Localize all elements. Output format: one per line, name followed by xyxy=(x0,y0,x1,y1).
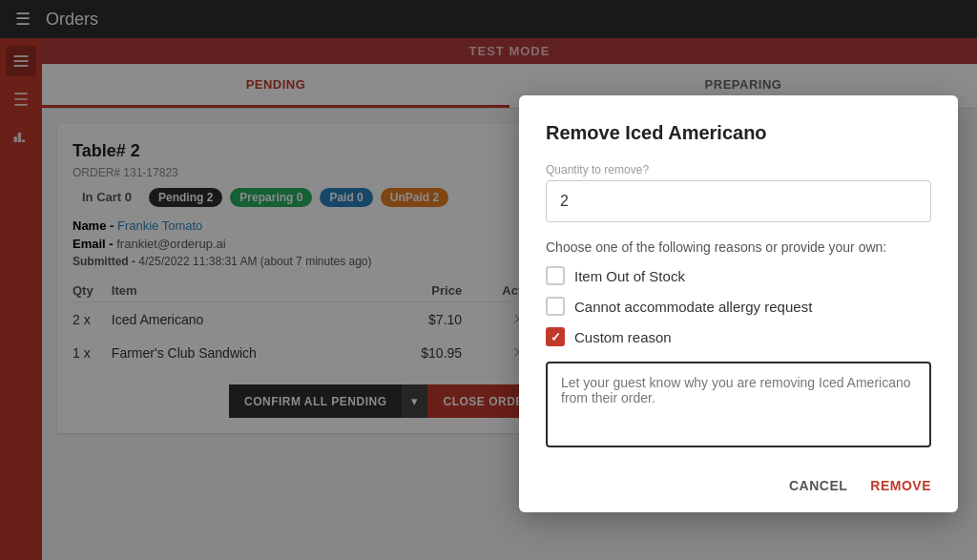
reason-allergy-label: Cannot accommodate allergy request xyxy=(574,299,812,315)
reason-item-custom[interactable]: Custom reason xyxy=(546,327,931,346)
modal-footer: CANCEL REMOVE xyxy=(546,467,931,493)
reason-allergy-checkbox[interactable] xyxy=(546,297,565,316)
custom-reason-textarea[interactable] xyxy=(546,362,931,447)
modal-overlay: Remove Iced Americano Quantity to remove… xyxy=(0,0,977,560)
reason-out-of-stock-checkbox[interactable] xyxy=(546,266,565,285)
reason-out-of-stock-label: Item Out of Stock xyxy=(574,268,685,284)
reason-custom-label: Custom reason xyxy=(574,329,672,345)
reason-item-out-of-stock[interactable]: Item Out of Stock xyxy=(546,266,931,285)
cancel-button[interactable]: CANCEL xyxy=(789,478,847,493)
remove-item-modal: Remove Iced Americano Quantity to remove… xyxy=(519,95,958,512)
reasons-label: Choose one of the following reasons or p… xyxy=(546,239,931,255)
quantity-field: Quantity to remove? xyxy=(546,163,931,222)
quantity-input[interactable] xyxy=(546,180,931,222)
quantity-label: Quantity to remove? xyxy=(546,163,931,176)
remove-button[interactable]: REMOVE xyxy=(870,478,931,493)
reason-item-allergy[interactable]: Cannot accommodate allergy request xyxy=(546,297,931,316)
modal-title: Remove Iced Americano xyxy=(546,122,931,144)
reason-custom-checkbox[interactable] xyxy=(546,327,565,346)
